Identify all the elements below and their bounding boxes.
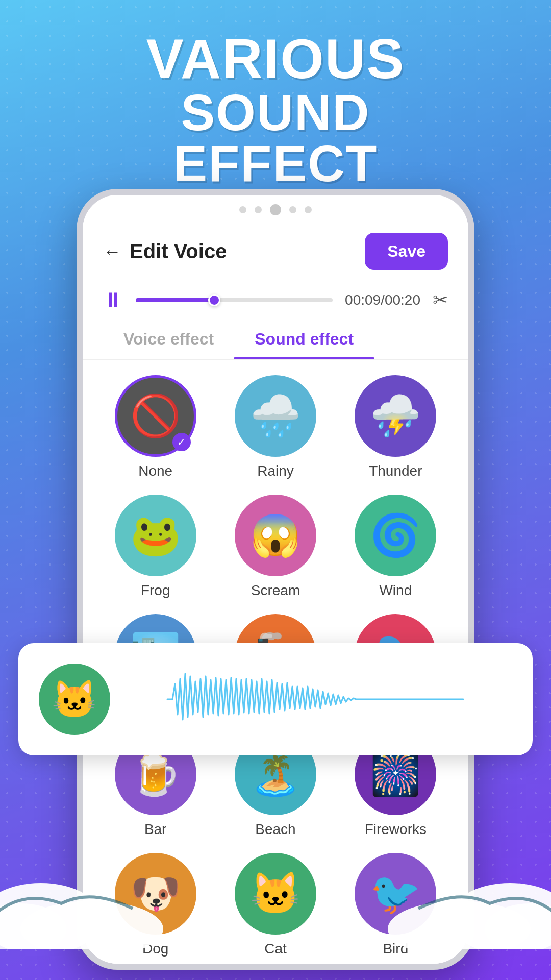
- effect-label-bar: Bar: [144, 821, 167, 838]
- header-line3: EFFECT: [0, 138, 551, 189]
- toolbar-left: ← Edit Voice: [103, 240, 227, 263]
- effect-icon-frog: 🐸: [115, 495, 196, 576]
- phone-dot-4: [305, 206, 312, 213]
- effect-icon-scream: 😱: [235, 495, 316, 576]
- save-button[interactable]: Save: [365, 233, 448, 270]
- effect-emoji-rainy: 🌧️: [250, 392, 301, 440]
- time-display: 00:09/00:20: [345, 292, 420, 308]
- effect-item-wind[interactable]: 🌀Wind: [343, 495, 448, 599]
- phone-dot-2: [255, 206, 262, 213]
- effect-icon-none: 🚫✓: [115, 375, 196, 457]
- waveform-avatar-emoji: 🐱: [52, 678, 97, 721]
- waveform-card: 🐱: [18, 643, 533, 755]
- effect-label-thunder: Thunder: [369, 463, 422, 479]
- effect-label-cat: Cat: [264, 941, 287, 957]
- effect-label-beach: Beach: [255, 821, 295, 838]
- effect-icon-wind: 🌀: [355, 495, 436, 576]
- effect-label-fireworks: Fireworks: [365, 821, 427, 838]
- waveform-avatar: 🐱: [39, 664, 110, 735]
- pause-icon[interactable]: ⏸: [103, 288, 123, 311]
- progress-thumb[interactable]: [208, 294, 220, 306]
- effect-check-none: ✓: [172, 433, 191, 451]
- effect-icon-cat: 🐱: [235, 853, 316, 935]
- effect-emoji-wind: 🌀: [370, 511, 421, 559]
- phone-dot-1: [239, 206, 246, 213]
- effect-icon-thunder: ⛈️: [355, 375, 436, 457]
- progress-track[interactable]: [136, 298, 333, 302]
- effect-item-rainy[interactable]: 🌧️Rainy: [223, 375, 328, 479]
- cloud-left: [0, 847, 163, 949]
- effect-label-none: None: [138, 463, 172, 479]
- playback-bar: ⏸ 00:09/00:20 ✂: [83, 280, 468, 320]
- phone-top-bar: [83, 195, 468, 223]
- effect-icon-rainy: 🌧️: [235, 375, 316, 457]
- waveform-display: [129, 669, 512, 730]
- effect-label-wind: Wind: [379, 582, 412, 599]
- effect-item-cat[interactable]: 🐱Cat: [223, 853, 328, 957]
- tabs-bar: Voice effect Sound effect: [83, 320, 468, 360]
- effect-emoji-none: 🚫: [130, 392, 181, 440]
- back-button[interactable]: ←: [103, 241, 121, 262]
- effect-emoji-scream: 😱: [250, 511, 301, 559]
- scissors-icon[interactable]: ✂: [433, 289, 448, 311]
- effect-item-thunder[interactable]: ⛈️Thunder: [343, 375, 448, 479]
- tab-sound-effect[interactable]: Sound effect: [234, 320, 374, 359]
- effect-emoji-cat: 🐱: [250, 870, 301, 918]
- phone-camera: [270, 204, 281, 215]
- effect-emoji-bar: 🍺: [130, 750, 181, 798]
- effect-emoji-beach: 🏝️: [250, 750, 301, 798]
- effect-item-none[interactable]: 🚫✓None: [103, 375, 208, 479]
- progress-fill: [136, 298, 214, 302]
- effect-label-scream: Scream: [251, 582, 300, 599]
- header-line1: VARIOUS: [0, 31, 551, 87]
- effect-item-frog[interactable]: 🐸Frog: [103, 495, 208, 599]
- toolbar: ← Edit Voice Save: [83, 223, 468, 280]
- page-title: Edit Voice: [130, 240, 227, 263]
- effect-item-scream[interactable]: 😱Scream: [223, 495, 328, 599]
- effect-emoji-fireworks: 🎆: [370, 750, 421, 798]
- cloud-right: [388, 847, 551, 949]
- header-section: VARIOUS SOUND EFFECT: [0, 31, 551, 189]
- effect-emoji-frog: 🐸: [130, 511, 181, 559]
- effect-label-rainy: Rainy: [257, 463, 294, 479]
- phone-dot-3: [289, 206, 296, 213]
- effect-label-frog: Frog: [141, 582, 170, 599]
- header-line2: SOUND: [0, 87, 551, 138]
- effect-emoji-thunder: ⛈️: [370, 392, 421, 440]
- tab-voice-effect[interactable]: Voice effect: [103, 320, 234, 359]
